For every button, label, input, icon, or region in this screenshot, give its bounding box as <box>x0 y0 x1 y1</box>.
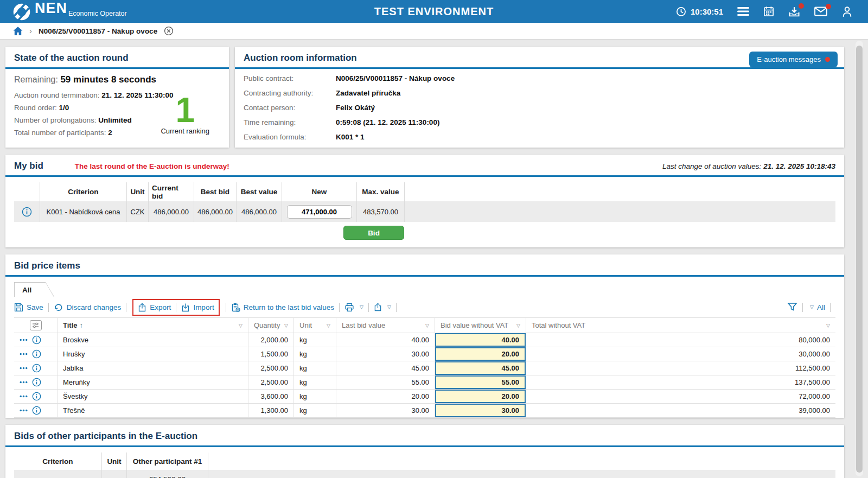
col-other-participant: Other participant #1 <box>127 452 208 470</box>
room-field-label: Public contract: <box>244 74 336 82</box>
current-bid-value: 486,000.00 <box>149 201 194 222</box>
item-bid-value-input[interactable]: 20.00 <box>435 390 526 403</box>
item-quantity: 1,500.00 <box>248 347 294 361</box>
item-bid-value-input[interactable]: 55.00 <box>435 375 526 389</box>
app-header: NEN Economic Operator TEST ENVIRONMENT 1… <box>0 0 868 23</box>
info-icon[interactable] <box>32 349 41 359</box>
info-icon[interactable] <box>32 364 41 373</box>
info-icon[interactable] <box>32 378 41 387</box>
discard-changes-button[interactable]: Discard changes <box>54 303 122 311</box>
filter-all-caret: ▽ <box>810 304 814 310</box>
export-button[interactable]: Export <box>138 303 171 312</box>
return-last-bid-values-button[interactable]: Return to the last bid values <box>231 303 334 312</box>
info-icon[interactable] <box>32 406 41 415</box>
col-last-bid-value[interactable]: Last bid value▽ <box>336 318 435 333</box>
unit-filter-caret[interactable]: ▽ <box>327 323 330 328</box>
tab-all[interactable]: All <box>14 282 54 297</box>
mail-icon <box>814 7 827 16</box>
lastbid-filter-caret[interactable]: ▽ <box>425 323 429 328</box>
col-max-value: Max. value <box>357 182 405 201</box>
eauction-messages-button[interactable]: E-auction messages <box>749 52 838 67</box>
section-underline <box>235 67 844 69</box>
title-filter-caret[interactable]: ▽ <box>239 323 242 328</box>
info-icon[interactable] <box>32 392 41 401</box>
bid-price-items-title: Bid price items <box>14 260 835 271</box>
item-bid-value-input[interactable]: 45.00 <box>435 361 526 375</box>
col-title[interactable]: Title↑ ▽ <box>58 318 248 333</box>
messages-button[interactable] <box>814 7 827 16</box>
other-criterion: K001 - Nabídková cena <box>14 470 102 478</box>
share-dropdown-caret[interactable]: ▽ <box>387 304 391 310</box>
row-menu-icon[interactable] <box>20 339 28 341</box>
breadcrumb: › N006/25/V00011857 - Nákup ovoce <box>0 23 868 40</box>
item-bid-value-input[interactable]: 40.00 <box>435 333 526 347</box>
user-icon[interactable] <box>841 6 853 17</box>
filter-preset-select[interactable]: ▽ All <box>808 303 825 311</box>
server-time: 10:30:51 <box>676 7 723 17</box>
item-row: Třešně 1,300.00 kg 30.00 30.00 39,000.00 <box>14 404 835 418</box>
total-filter-caret[interactable]: ▽ <box>826 323 830 328</box>
item-quantity: 2,500.00 <box>248 361 294 375</box>
item-quantity: 1,300.00 <box>248 404 294 417</box>
scrollbar-thumb[interactable] <box>856 46 863 473</box>
inbox-notification-dot <box>799 3 804 9</box>
quantity-filter-caret[interactable]: ▽ <box>284 323 288 328</box>
breadcrumb-separator: › <box>29 26 32 35</box>
filter-icon[interactable] <box>787 302 797 312</box>
time-value: 10:30:51 <box>691 7 723 16</box>
room-field-label: Evaluation formula: <box>244 133 336 141</box>
row-menu-icon[interactable] <box>20 381 28 384</box>
breadcrumb-item[interactable]: N006/25/V00011857 - Nákup ovoce <box>39 27 157 35</box>
inbox-button[interactable] <box>788 6 800 17</box>
bid-button[interactable]: Bid <box>343 226 404 240</box>
print-dropdown-caret[interactable]: ▽ <box>360 304 363 310</box>
items-table-body: Broskve 2,000.00 kg 40.00 40.00 80,000.0… <box>14 333 835 418</box>
new-bid-input[interactable] <box>287 205 352 219</box>
room-field-value: K001 * 1 <box>336 133 835 141</box>
share-button[interactable]: ▽ <box>374 303 391 311</box>
section-underline <box>5 67 229 69</box>
section-underline <box>5 175 844 177</box>
item-total: 30,000.00 <box>526 347 835 361</box>
row-menu-icon[interactable] <box>20 353 28 355</box>
ranking-label: Current ranking <box>161 127 209 135</box>
item-last-bid: 45.00 <box>336 361 435 375</box>
messages-red-dot <box>825 57 830 62</box>
eauction-messages-label: E-auction messages <box>757 55 821 63</box>
col-quantity[interactable]: Quantity▽ <box>248 318 294 333</box>
close-circle-icon[interactable] <box>164 26 174 36</box>
last-change-info: Last change of auction values: 21. 12. 2… <box>662 162 835 170</box>
item-bid-value-input[interactable]: 20.00 <box>435 347 526 361</box>
item-bid-value-input[interactable]: 30.00 <box>435 404 526 417</box>
room-field-label: Time remaining: <box>244 118 336 126</box>
col-unit[interactable]: Unit▽ <box>294 318 336 333</box>
column-settings-icon <box>32 322 39 328</box>
calendar-icon[interactable] <box>763 6 774 17</box>
print-button[interactable]: ▽ <box>344 303 363 312</box>
row-menu-icon[interactable] <box>20 409 28 412</box>
home-icon[interactable] <box>13 27 23 35</box>
item-title: Jablka <box>58 361 248 375</box>
save-icon <box>14 303 23 312</box>
auction-room-panel: Auction room information E-auction messa… <box>235 47 844 148</box>
bidvalue-filter-caret[interactable]: ▽ <box>516 323 520 328</box>
item-row: Švestky 3,600.00 kg 20.00 20.00 72,000.0… <box>14 390 835 404</box>
row-menu-icon[interactable] <box>20 367 28 369</box>
col-bid-value[interactable]: Bid value without VAT▽ <box>435 318 526 333</box>
save-button[interactable]: Save <box>14 303 43 312</box>
item-title: Broskve <box>58 333 248 347</box>
info-icon[interactable] <box>22 207 32 217</box>
item-total: 80,000.00 <box>526 333 835 347</box>
import-button[interactable]: Import <box>181 303 214 312</box>
my-bid-title: My bid <box>14 161 43 171</box>
column-settings-button[interactable] <box>30 320 42 330</box>
item-total: 137,500.00 <box>526 375 835 389</box>
col-total[interactable]: Total without VAT▽ <box>526 318 835 333</box>
item-unit: kg <box>294 361 336 375</box>
item-title: Třešně <box>58 404 248 417</box>
return-icon <box>231 303 240 312</box>
menu-icon[interactable] <box>737 7 749 16</box>
info-icon[interactable] <box>32 335 41 345</box>
row-menu-icon[interactable] <box>20 395 28 398</box>
vertical-scrollbar[interactable] <box>856 41 863 476</box>
